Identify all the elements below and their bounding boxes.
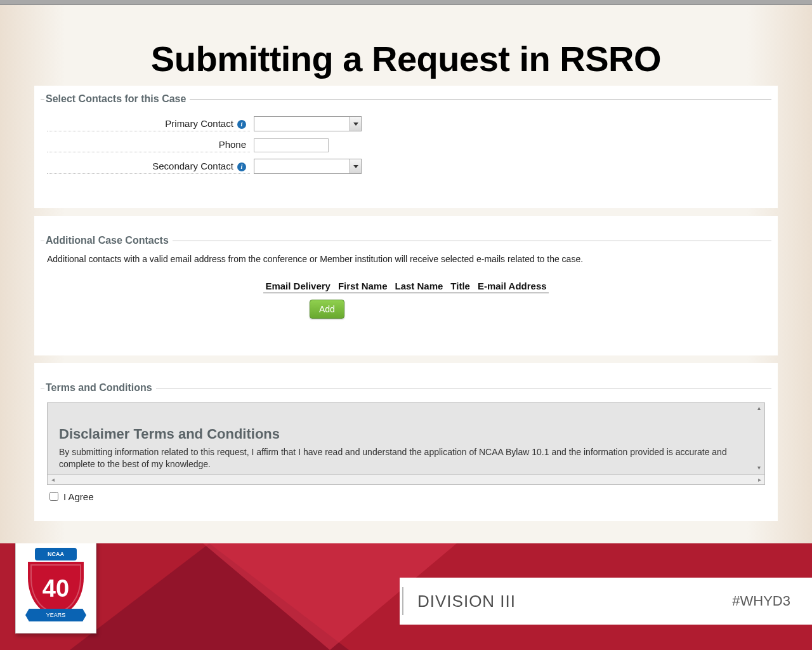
horizontal-scrollbar[interactable]: ◂ ▸ [48, 474, 764, 484]
secondary-contact-dropdown[interactable] [254, 159, 362, 174]
secondary-contact-row: Secondary Contact i [41, 159, 771, 174]
agree-label: I Agree [63, 491, 94, 502]
terms-box: ▴ Disclaimer Terms and Conditions By sub… [47, 402, 765, 485]
division-text: DIVISION III [417, 592, 516, 611]
scroll-right-icon[interactable]: ▸ [754, 475, 764, 485]
primary-contact-label: Primary Contact i [47, 117, 250, 131]
additional-table-header: Email Delivery First Name Last Name Titl… [263, 281, 549, 293]
contacts-legend: Select Contacts for this Case [44, 93, 190, 105]
col-title: Title [450, 281, 470, 291]
contacts-fieldset: Select Contacts for this Case Primary Co… [41, 93, 771, 189]
badge-inner: NCAA 40 YEARS [23, 548, 88, 624]
secondary-contact-label-text: Secondary Contact [152, 161, 233, 171]
chevron-down-icon[interactable] [350, 159, 361, 173]
col-email-address: E-mail Address [478, 281, 547, 291]
footer-separator [402, 587, 403, 615]
terms-panel: Terms and Conditions ▴ Disclaimer Terms … [34, 363, 778, 521]
scroll-left-icon[interactable]: ◂ [48, 475, 58, 485]
primary-contact-label-text: Primary Contact [165, 118, 233, 129]
col-email-delivery: Email Delivery [265, 281, 331, 291]
disclaimer-heading: Disclaimer Terms and Conditions [59, 426, 753, 442]
terms-legend: Terms and Conditions [44, 382, 156, 394]
badge-ribbon: YEARS [25, 609, 86, 621]
primary-contact-row: Primary Contact i [41, 116, 771, 131]
footer: DIVISION III #WHYD3 NCAA 40 YEARS [0, 543, 812, 650]
scroll-up-icon[interactable]: ▴ [754, 404, 763, 413]
col-last-name: Last Name [395, 281, 443, 291]
terms-fieldset: Terms and Conditions ▴ Disclaimer Terms … [41, 382, 771, 512]
primary-contact-dropdown[interactable] [254, 116, 362, 131]
footer-white-bar: DIVISION III #WHYD3 [400, 578, 812, 625]
additional-contacts-panel: Additional Case Contacts Additional cont… [34, 216, 778, 355]
phone-label: Phone [47, 138, 250, 152]
agree-checkbox[interactable] [49, 492, 58, 501]
phone-row: Phone [41, 138, 771, 152]
col-first-name: First Name [338, 281, 388, 291]
top-bar [0, 0, 812, 5]
disclaimer-body: By submitting information related to thi… [59, 446, 753, 470]
agree-row[interactable]: I Agree [49, 491, 771, 502]
additional-legend: Additional Case Contacts [44, 235, 173, 246]
anniversary-badge: NCAA 40 YEARS [15, 543, 96, 633]
scroll-down-icon[interactable]: ▾ [754, 464, 763, 473]
chevron-down-icon[interactable] [350, 117, 361, 131]
phone-input[interactable] [254, 138, 329, 152]
slide-content: Submitting a Request in RSRO Select Cont… [0, 0, 812, 521]
secondary-contact-label: Secondary Contact i [47, 159, 250, 174]
contacts-panel: Select Contacts for this Case Primary Co… [34, 86, 778, 208]
info-icon[interactable]: i [237, 162, 246, 171]
badge-top-label: NCAA [35, 548, 77, 560]
page-title: Submitting a Request in RSRO [34, 38, 778, 79]
badge-number: 40 [28, 562, 84, 615]
info-icon[interactable]: i [237, 120, 246, 129]
additional-fieldset: Additional Case Contacts Additional cont… [41, 235, 771, 334]
additional-description: Additional contacts with a valid email a… [47, 254, 771, 264]
add-button[interactable]: Add [310, 300, 344, 319]
hashtag-text: #WHYD3 [732, 593, 790, 609]
